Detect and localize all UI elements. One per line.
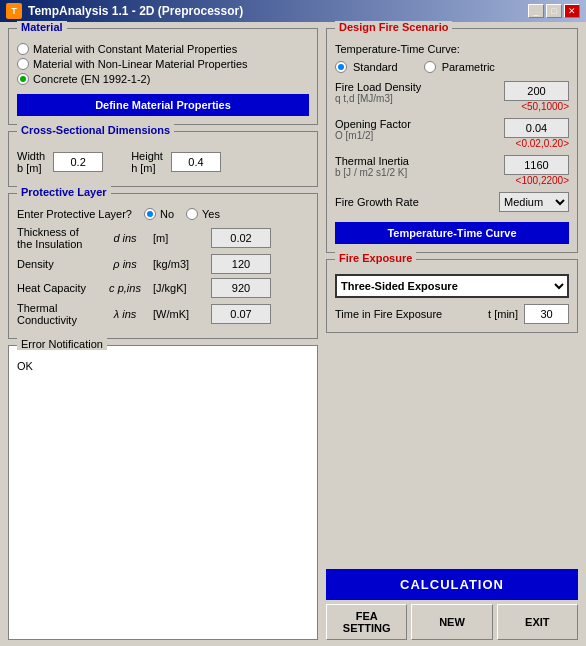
thermal-conductivity-input[interactable] [211, 304, 271, 324]
define-material-button[interactable]: Define Material Properties [17, 94, 309, 116]
height-input[interactable] [171, 152, 221, 172]
heat-unit: [J/kgK] [153, 282, 187, 294]
thermal-label: Thermal Conductivity [17, 302, 77, 326]
parametric-radio[interactable] [424, 61, 436, 73]
error-notification-group: Error Notification OK [8, 345, 318, 640]
height-label: Height [131, 150, 163, 162]
design-fire-title: Design Fire Scenario [335, 21, 452, 33]
curve-label: Temperature-Time Curve: [335, 43, 460, 55]
material-option2-row[interactable]: Material with Non-Linear Material Proper… [17, 58, 309, 70]
close-button[interactable]: ✕ [564, 4, 580, 18]
maximize-button[interactable]: □ [546, 4, 562, 18]
cross-section-title: Cross-Sectional Dimensions [17, 124, 174, 136]
new-button[interactable]: NEW [411, 604, 492, 640]
fire-load-range: <50,1000> [521, 101, 569, 112]
fire-load-label: Fire Load Density [335, 81, 498, 93]
material-group: Material Material with Constant Material… [8, 28, 318, 125]
growth-rate-label: Fire Growth Rate [335, 196, 419, 208]
error-message: OK [17, 360, 33, 372]
window-controls[interactable]: _ □ ✕ [528, 4, 580, 18]
material-radio-3[interactable] [17, 73, 29, 85]
material-title: Material [17, 21, 67, 33]
opening-sub: O [m1/2] [335, 130, 498, 141]
heat-symbol: c p,ins [109, 282, 141, 294]
material-option1-label: Material with Constant Material Properti… [33, 43, 237, 55]
title-bar: T TempAnalysis 1.1 - 2D (Preprocessor) _… [0, 0, 586, 22]
material-option3-row[interactable]: Concrete (EN 1992-1-2) [17, 73, 309, 85]
opening-factor-label: Opening Factor [335, 118, 498, 130]
time-input[interactable] [524, 304, 569, 324]
thermal-symbol: λ ins [114, 308, 137, 320]
thickness-input[interactable] [211, 228, 271, 248]
protective-layer-group: Protective Layer Enter Protective Layer?… [8, 193, 318, 339]
fire-exposure-title: Fire Exposure [335, 252, 416, 264]
material-option1-row[interactable]: Material with Constant Material Properti… [17, 43, 309, 55]
density-input[interactable] [211, 254, 271, 274]
no-radio[interactable] [144, 208, 156, 220]
enter-layer-question: Enter Protective Layer? [17, 208, 132, 220]
ttc-button[interactable]: Temperature-Time Curve [335, 222, 569, 244]
error-title: Error Notification [17, 338, 107, 350]
minimize-button[interactable]: _ [528, 4, 544, 18]
width-input[interactable] [53, 152, 103, 172]
density-label: Density [17, 258, 54, 270]
exposure-select[interactable]: Three-Sided Exposure One-Sided Exposure … [335, 274, 569, 298]
cross-section-group: Cross-Sectional Dimensions Width b [m] H… [8, 131, 318, 187]
parametric-label: Parametric [442, 61, 495, 73]
thermal-inertia-sub: b [J / m2 s1/2 K] [335, 167, 498, 178]
opening-range: <0.02,0.20> [516, 138, 569, 149]
no-label: No [160, 208, 174, 220]
exit-button[interactable]: EXIT [497, 604, 578, 640]
calculation-button[interactable]: CALCULATION [326, 569, 578, 600]
thermal-inertia-label: Thermal Inertia [335, 155, 498, 167]
thermal-inertia-range: <100,2200> [516, 175, 569, 186]
time-unit: t [min] [488, 308, 518, 320]
material-option2-label: Material with Non-Linear Material Proper… [33, 58, 248, 70]
standard-label: Standard [353, 61, 398, 73]
material-radio-1[interactable] [17, 43, 29, 55]
heat-capacity-label: Heat Capacity [17, 282, 86, 294]
yes-radio[interactable] [186, 208, 198, 220]
material-option3-label: Concrete (EN 1992-1-2) [33, 73, 150, 85]
fire-exposure-group: Fire Exposure Three-Sided Exposure One-S… [326, 259, 578, 333]
density-unit: [kg/m3] [153, 258, 189, 270]
time-label: Time in Fire Exposure [335, 308, 482, 320]
material-radio-2[interactable] [17, 58, 29, 70]
thickness-label: Thickness of the Insulation [17, 226, 82, 250]
heat-capacity-input[interactable] [211, 278, 271, 298]
window-title: TempAnalysis 1.1 - 2D (Preprocessor) [28, 4, 243, 18]
fire-load-input[interactable] [504, 81, 569, 101]
thickness-unit: [m] [153, 232, 168, 244]
opening-factor-input[interactable] [504, 118, 569, 138]
protective-layer-title: Protective Layer [17, 186, 111, 198]
width-label: Width [17, 150, 45, 162]
design-fire-group: Design Fire Scenario Temperature-Time Cu… [326, 28, 578, 253]
width-symbol: b [m] [17, 162, 45, 174]
growth-rate-select[interactable]: Slow Medium Fast [499, 192, 569, 212]
height-symbol: h [m] [131, 162, 163, 174]
yes-label: Yes [202, 208, 220, 220]
density-symbol: ρ ins [113, 258, 136, 270]
thermal-inertia-input[interactable] [504, 155, 569, 175]
app-icon: T [6, 3, 22, 19]
standard-radio[interactable] [335, 61, 347, 73]
fire-load-sub: q t,d [MJ/m3] [335, 93, 498, 104]
fea-setting-button[interactable]: FEA SETTING [326, 604, 407, 640]
thermal-unit: [W/mK] [153, 308, 189, 320]
thickness-symbol: d ins [113, 232, 136, 244]
